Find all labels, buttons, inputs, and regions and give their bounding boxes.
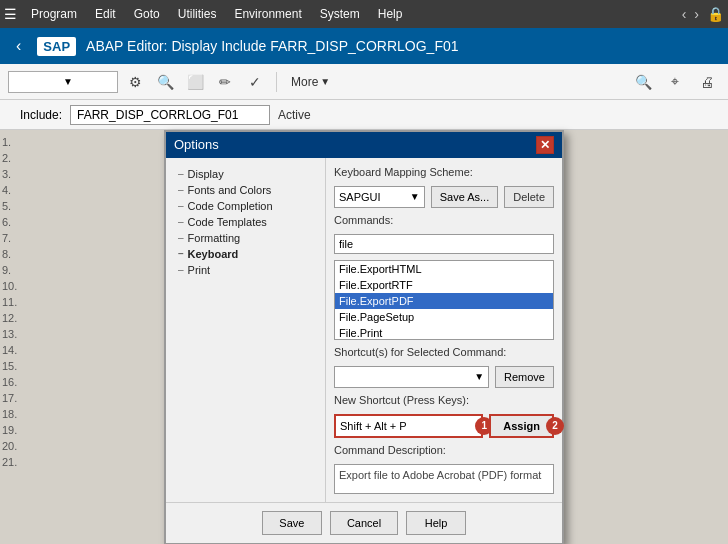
scheme-row: SAPGUI ▼ Save As... Delete — [334, 186, 554, 208]
menu-goto[interactable]: Goto — [126, 3, 168, 25]
dialog-footer: Save Cancel Help — [166, 502, 562, 543]
menu-environment[interactable]: Environment — [226, 3, 309, 25]
dialog-body: Display Fonts and Colors Code Completion… — [166, 158, 562, 502]
command-description-label: Command Description: — [334, 444, 554, 456]
assign-btn-wrapper: Assign 2 — [489, 414, 554, 438]
menu-bar: ☰ Program Edit Goto Utilities Environmen… — [0, 0, 728, 28]
toolbar-search-icon[interactable]: 🔍 — [152, 69, 178, 95]
command-item-print[interactable]: File.Print — [335, 325, 553, 340]
sidebar-item-code-completion[interactable]: Code Completion — [170, 198, 321, 214]
save-as-button[interactable]: Save As... — [431, 186, 499, 208]
shortcut-dropdown[interactable]: ▼ — [334, 366, 489, 388]
more-button[interactable]: More ▼ — [285, 73, 336, 91]
options-dialog: Options ✕ Display Fonts and Colors Code … — [164, 130, 564, 545]
new-shortcut-row: 1 Assign 2 — [334, 414, 554, 438]
command-list[interactable]: File.ExportHTML File.ExportRTF File.Expo… — [334, 260, 554, 340]
toolbar-find-icon[interactable]: 🔍 — [630, 69, 656, 95]
include-bar: Include: Active — [0, 100, 728, 130]
toolbar-edit-icon[interactable]: ✏ — [212, 69, 238, 95]
toolbar-settings-icon[interactable]: ⚙ — [122, 69, 148, 95]
page-title: ABAP Editor: Display Include FARR_DISP_C… — [86, 38, 458, 54]
sidebar-item-display[interactable]: Display — [170, 166, 321, 182]
chevron-down-icon: ▼ — [63, 76, 113, 87]
menu-program[interactable]: Program — [23, 3, 85, 25]
assign-badge: 2 — [546, 417, 564, 435]
keyboard-mapping-label: Keyboard Mapping Scheme: — [334, 166, 554, 178]
command-item-exporthtml[interactable]: File.ExportHTML — [335, 261, 553, 277]
more-chevron-icon: ▼ — [320, 76, 330, 87]
shortcut-row: ▼ Remove — [334, 366, 554, 388]
shortcuts-label: Shortcut(s) for Selected Command: — [334, 346, 554, 358]
remove-button[interactable]: Remove — [495, 366, 554, 388]
back-button[interactable]: ‹ — [10, 35, 27, 57]
sidebar-item-formatting[interactable]: Formatting — [170, 230, 321, 246]
menu-bar-right: ‹ › 🔒 — [682, 6, 724, 22]
lock-icon[interactable]: 🔒 — [707, 6, 724, 22]
scheme-value: SAPGUI — [339, 191, 381, 203]
command-item-pagesetup[interactable]: File.PageSetup — [335, 309, 553, 325]
scheme-chevron-icon: ▼ — [410, 191, 420, 202]
dialog-close-button[interactable]: ✕ — [536, 136, 554, 154]
shortcut-input-wrapper: 1 — [334, 414, 483, 438]
left-panel: Display Fonts and Colors Code Completion… — [166, 158, 326, 502]
delete-button[interactable]: Delete — [504, 186, 554, 208]
toolbar-dropdown[interactable]: ▼ — [8, 71, 118, 93]
sidebar-item-code-templates[interactable]: Code Templates — [170, 214, 321, 230]
title-bar: ‹ SAP ABAP Editor: Display Include FARR_… — [0, 28, 728, 64]
command-item-exportrtf[interactable]: File.ExportRTF — [335, 277, 553, 293]
commands-label: Commands: — [334, 214, 554, 226]
help-button[interactable]: Help — [406, 511, 466, 535]
sap-logo: SAP — [37, 37, 76, 56]
menu-system[interactable]: System — [312, 3, 368, 25]
more-label: More — [291, 75, 318, 89]
toolbar: ▼ ⚙ 🔍 ⬜ ✏ ✓ More ▼ 🔍 ⌖ 🖨 — [0, 64, 728, 100]
menu-help[interactable]: Help — [370, 3, 411, 25]
shortcut-chevron-icon: ▼ — [474, 371, 484, 382]
include-input[interactable] — [70, 105, 270, 125]
hamburger-icon[interactable]: ☰ — [4, 6, 17, 22]
scheme-select[interactable]: SAPGUI ▼ — [334, 186, 425, 208]
dialog-overlay: Options ✕ Display Fonts and Colors Code … — [0, 130, 728, 544]
right-panel: Keyboard Mapping Scheme: SAPGUI ▼ Save A… — [326, 158, 562, 502]
dialog-titlebar: Options ✕ — [166, 132, 562, 158]
menu-edit[interactable]: Edit — [87, 3, 124, 25]
assign-button[interactable]: Assign — [489, 414, 554, 438]
shortcut-input[interactable] — [334, 414, 483, 438]
sidebar-item-fonts[interactable]: Fonts and Colors — [170, 182, 321, 198]
nav-forward-icon[interactable]: › — [694, 6, 699, 22]
toolbar-print-icon[interactable]: 🖨 — [694, 69, 720, 95]
include-status: Active — [278, 108, 311, 122]
save-button[interactable]: Save — [262, 511, 322, 535]
menu-utilities[interactable]: Utilities — [170, 3, 225, 25]
toolbar-check-icon[interactable]: ✓ — [242, 69, 268, 95]
sidebar-item-print[interactable]: Print — [170, 262, 321, 278]
toolbar-divider — [276, 72, 277, 92]
new-shortcut-label: New Shortcut (Press Keys): — [334, 394, 554, 406]
sidebar-item-keyboard[interactable]: Keyboard — [170, 246, 321, 262]
include-label: Include: — [20, 108, 62, 122]
cancel-button[interactable]: Cancel — [330, 511, 398, 535]
command-item-exportpdf[interactable]: File.ExportPDF — [335, 293, 553, 309]
toolbar-cursor-icon[interactable]: ⌖ — [662, 69, 688, 95]
dialog-title: Options — [174, 137, 219, 152]
commands-input[interactable] — [334, 234, 554, 254]
command-description: Export file to Adobe Acrobat (PDF) forma… — [334, 464, 554, 494]
toolbar-compare-icon[interactable]: ⬜ — [182, 69, 208, 95]
main-area: 1. 2. 3. 4. 5. 6. 7. 8. 9. 10. 11. 12. 1… — [0, 130, 728, 544]
nav-back-icon[interactable]: ‹ — [682, 6, 687, 22]
